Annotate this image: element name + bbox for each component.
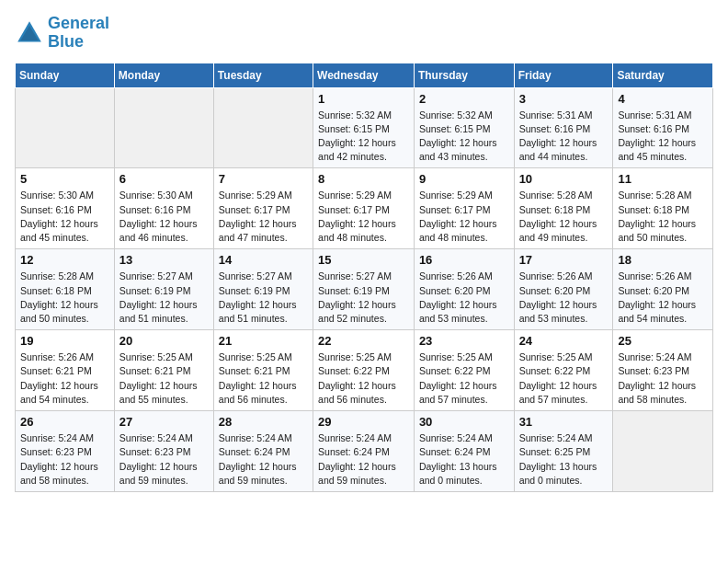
weekday-header-thursday: Thursday [414,63,514,87]
calendar-day-cell: 14Sunrise: 5:27 AM Sunset: 6:19 PM Dayli… [213,249,313,330]
day-info: Sunrise: 5:26 AM Sunset: 6:20 PM Dayligh… [419,270,509,326]
day-info: Sunrise: 5:24 AM Sunset: 6:24 PM Dayligh… [318,431,409,488]
weekday-header-friday: Friday [514,63,613,87]
day-number: 16 [419,253,509,267]
day-info: Sunrise: 5:24 AM Sunset: 6:25 PM Dayligh… [519,431,609,488]
day-info: Sunrise: 5:24 AM Sunset: 6:24 PM Dayligh… [219,431,308,488]
day-info: Sunrise: 5:27 AM Sunset: 6:19 PM Dayligh… [219,270,308,326]
day-number: 19 [20,334,109,348]
day-number: 31 [519,415,609,429]
calendar-day-cell: 11Sunrise: 5:28 AM Sunset: 6:18 PM Dayli… [613,168,713,249]
calendar-day-cell: 25Sunrise: 5:24 AM Sunset: 6:23 PM Dayli… [613,330,713,411]
calendar-table: SundayMondayTuesdayWednesdayThursdayFrid… [15,63,713,492]
day-number: 22 [318,334,409,348]
day-info: Sunrise: 5:24 AM Sunset: 6:23 PM Dayligh… [20,431,109,488]
calendar-day-cell [114,87,213,168]
calendar-day-cell: 16Sunrise: 5:26 AM Sunset: 6:20 PM Dayli… [414,249,514,330]
calendar-day-cell: 10Sunrise: 5:28 AM Sunset: 6:18 PM Dayli… [514,168,613,249]
day-info: Sunrise: 5:32 AM Sunset: 6:15 PM Dayligh… [318,109,409,165]
weekday-header-monday: Monday [114,63,213,87]
day-info: Sunrise: 5:29 AM Sunset: 6:17 PM Dayligh… [318,189,409,245]
calendar-day-cell: 9Sunrise: 5:29 AM Sunset: 6:17 PM Daylig… [414,168,514,249]
calendar-day-cell: 12Sunrise: 5:28 AM Sunset: 6:18 PM Dayli… [16,249,115,330]
calendar-day-cell: 29Sunrise: 5:24 AM Sunset: 6:24 PM Dayli… [313,411,415,492]
day-number: 30 [419,415,509,429]
logo-icon [15,18,44,48]
day-info: Sunrise: 5:24 AM Sunset: 6:23 PM Dayligh… [119,431,209,488]
calendar-day-cell: 21Sunrise: 5:25 AM Sunset: 6:21 PM Dayli… [213,330,313,411]
calendar-header-row: SundayMondayTuesdayWednesdayThursdayFrid… [16,63,713,87]
calendar-day-cell [16,87,115,168]
page-header: General Blue [15,15,713,52]
day-info: Sunrise: 5:28 AM Sunset: 6:18 PM Dayligh… [20,270,109,326]
calendar-week-row: 26Sunrise: 5:24 AM Sunset: 6:23 PM Dayli… [16,411,713,492]
day-number: 13 [119,253,209,267]
calendar-day-cell: 31Sunrise: 5:24 AM Sunset: 6:25 PM Dayli… [514,411,613,492]
day-info: Sunrise: 5:29 AM Sunset: 6:17 PM Dayligh… [419,189,509,245]
calendar-day-cell: 19Sunrise: 5:26 AM Sunset: 6:21 PM Dayli… [16,330,115,411]
day-number: 28 [219,415,308,429]
weekday-header-tuesday: Tuesday [213,63,313,87]
logo: General Blue [15,15,109,52]
calendar-day-cell: 17Sunrise: 5:26 AM Sunset: 6:20 PM Dayli… [514,249,613,330]
day-info: Sunrise: 5:24 AM Sunset: 6:24 PM Dayligh… [419,431,509,488]
calendar-day-cell [213,87,313,168]
calendar-day-cell: 28Sunrise: 5:24 AM Sunset: 6:24 PM Dayli… [213,411,313,492]
day-info: Sunrise: 5:31 AM Sunset: 6:16 PM Dayligh… [519,109,609,165]
calendar-week-row: 1Sunrise: 5:32 AM Sunset: 6:15 PM Daylig… [16,87,713,168]
day-number: 14 [219,253,308,267]
day-info: Sunrise: 5:32 AM Sunset: 6:15 PM Dayligh… [419,109,509,165]
day-info: Sunrise: 5:26 AM Sunset: 6:20 PM Dayligh… [519,270,609,326]
weekday-header-saturday: Saturday [613,63,713,87]
calendar-week-row: 19Sunrise: 5:26 AM Sunset: 6:21 PM Dayli… [16,330,713,411]
calendar-day-cell [613,411,713,492]
calendar-day-cell: 6Sunrise: 5:30 AM Sunset: 6:16 PM Daylig… [114,168,213,249]
calendar-day-cell: 18Sunrise: 5:26 AM Sunset: 6:20 PM Dayli… [613,249,713,330]
calendar-day-cell: 5Sunrise: 5:30 AM Sunset: 6:16 PM Daylig… [16,168,115,249]
day-info: Sunrise: 5:24 AM Sunset: 6:23 PM Dayligh… [618,350,708,407]
day-info: Sunrise: 5:25 AM Sunset: 6:21 PM Dayligh… [119,350,209,407]
day-info: Sunrise: 5:26 AM Sunset: 6:21 PM Dayligh… [20,350,109,407]
day-number: 8 [318,172,409,186]
calendar-day-cell: 27Sunrise: 5:24 AM Sunset: 6:23 PM Dayli… [114,411,213,492]
day-number: 18 [618,253,708,267]
day-number: 20 [119,334,209,348]
calendar-day-cell: 13Sunrise: 5:27 AM Sunset: 6:19 PM Dayli… [114,249,213,330]
calendar-day-cell: 23Sunrise: 5:25 AM Sunset: 6:22 PM Dayli… [414,330,514,411]
calendar-day-cell: 22Sunrise: 5:25 AM Sunset: 6:22 PM Dayli… [313,330,415,411]
calendar-day-cell: 26Sunrise: 5:24 AM Sunset: 6:23 PM Dayli… [16,411,115,492]
weekday-header-sunday: Sunday [16,63,115,87]
calendar-week-row: 5Sunrise: 5:30 AM Sunset: 6:16 PM Daylig… [16,168,713,249]
day-number: 21 [219,334,308,348]
calendar-day-cell: 15Sunrise: 5:27 AM Sunset: 6:19 PM Dayli… [313,249,415,330]
calendar-day-cell: 4Sunrise: 5:31 AM Sunset: 6:16 PM Daylig… [613,87,713,168]
day-number: 4 [618,92,708,106]
day-number: 29 [318,415,409,429]
calendar-day-cell: 24Sunrise: 5:25 AM Sunset: 6:22 PM Dayli… [514,330,613,411]
day-number: 3 [519,92,609,106]
day-info: Sunrise: 5:27 AM Sunset: 6:19 PM Dayligh… [119,270,209,326]
day-info: Sunrise: 5:31 AM Sunset: 6:16 PM Dayligh… [618,109,708,165]
day-number: 25 [618,334,708,348]
day-info: Sunrise: 5:27 AM Sunset: 6:19 PM Dayligh… [318,270,409,326]
day-number: 17 [519,253,609,267]
day-number: 12 [20,253,109,267]
day-number: 11 [618,172,708,186]
day-info: Sunrise: 5:30 AM Sunset: 6:16 PM Dayligh… [20,189,109,245]
day-number: 9 [419,172,509,186]
calendar-day-cell: 30Sunrise: 5:24 AM Sunset: 6:24 PM Dayli… [414,411,514,492]
calendar-body: 1Sunrise: 5:32 AM Sunset: 6:15 PM Daylig… [16,87,713,491]
calendar-day-cell: 2Sunrise: 5:32 AM Sunset: 6:15 PM Daylig… [414,87,514,168]
day-number: 2 [419,92,509,106]
day-number: 26 [20,415,109,429]
day-number: 23 [419,334,509,348]
day-number: 24 [519,334,609,348]
day-number: 27 [119,415,209,429]
day-info: Sunrise: 5:25 AM Sunset: 6:22 PM Dayligh… [318,350,409,407]
day-info: Sunrise: 5:25 AM Sunset: 6:22 PM Dayligh… [419,350,509,407]
day-info: Sunrise: 5:26 AM Sunset: 6:20 PM Dayligh… [618,270,708,326]
logo-text: General Blue [48,15,109,52]
day-number: 1 [318,92,409,106]
day-number: 6 [119,172,209,186]
day-info: Sunrise: 5:29 AM Sunset: 6:17 PM Dayligh… [219,189,308,245]
